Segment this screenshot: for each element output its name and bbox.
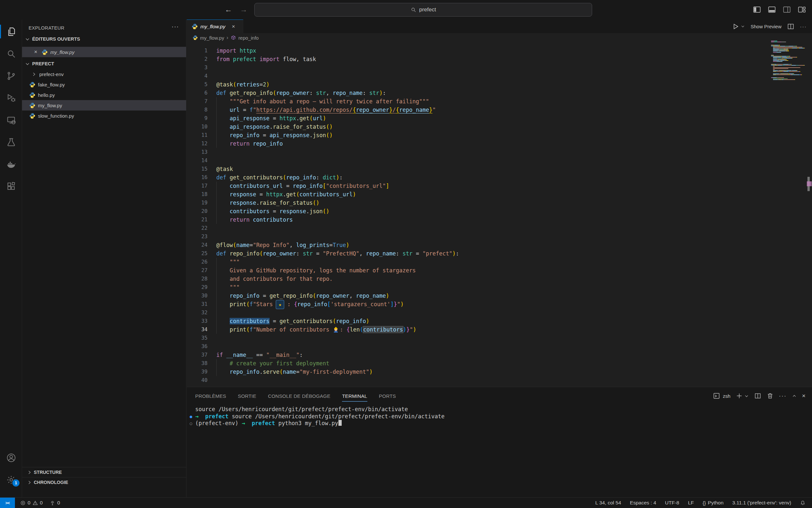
code-line[interactable]: 17 contributors_url = repo_info["contrib… bbox=[187, 182, 812, 190]
section-structure[interactable]: STRUCTURE bbox=[22, 467, 186, 477]
panel-tab-terminal[interactable]: TERMINAL bbox=[342, 387, 367, 405]
ports-status[interactable]: 0 bbox=[50, 500, 60, 506]
activity-remote-explorer-icon[interactable] bbox=[0, 112, 22, 128]
breadcrumb-file[interactable]: my_flow.py bbox=[200, 35, 224, 41]
code-line[interactable]: 33 contributors = get_contributors(repo_… bbox=[187, 317, 812, 325]
toggle-panel-icon[interactable] bbox=[767, 5, 776, 14]
code-line[interactable]: 1import httpx bbox=[187, 46, 812, 55]
panel-tab-console de débogage[interactable]: CONSOLE DE DÉBOGAGE bbox=[268, 387, 330, 405]
tree-item-prefect-env[interactable]: prefect-env bbox=[22, 69, 186, 79]
code-line[interactable]: 13 bbox=[187, 148, 812, 156]
activity-testing-icon[interactable] bbox=[0, 134, 22, 150]
code-line[interactable]: 32 bbox=[187, 308, 812, 317]
code-line[interactable]: 16def get_contributors(repo_info: dict): bbox=[187, 173, 812, 182]
customize-layout-icon[interactable] bbox=[797, 5, 806, 14]
code-line[interactable]: 28 and contributors for that repo. bbox=[187, 274, 812, 283]
code-editor[interactable]: 1import httpx2from prefect import flow, … bbox=[187, 42, 812, 387]
code-line[interactable]: 8 url = f"https://api.github.com/repos/{… bbox=[187, 105, 812, 114]
activity-explorer-icon[interactable] bbox=[0, 24, 22, 40]
python-interpreter[interactable]: 3.11.1 ('prefect-env': venv) bbox=[732, 500, 791, 506]
breadcrumb-symbol[interactable]: repo_info bbox=[238, 35, 259, 41]
toggle-sidebar-icon[interactable] bbox=[753, 5, 761, 14]
panel-tab-problèmes[interactable]: PROBLÈMES bbox=[195, 387, 226, 405]
code-line[interactable]: 15@task bbox=[187, 165, 812, 173]
back-button[interactable]: ← bbox=[224, 5, 233, 14]
code-line[interactable]: 22 bbox=[187, 224, 812, 232]
show-preview-button[interactable]: Show Preview bbox=[751, 24, 781, 29]
code-line[interactable]: 39 repo_info.serve(name="my-first-deploy… bbox=[187, 368, 812, 376]
code-line[interactable]: 11 repo_info = api_response.json() bbox=[187, 131, 812, 139]
run-python-file-icon[interactable] bbox=[732, 23, 739, 30]
activity-run-debug-icon[interactable] bbox=[0, 90, 22, 106]
toggle-secondary-sidebar-icon[interactable] bbox=[782, 5, 791, 14]
activity-search-icon[interactable] bbox=[0, 45, 22, 62]
panel-tab-sortie[interactable]: SORTIE bbox=[238, 387, 256, 405]
activity-extensions-icon[interactable] bbox=[0, 178, 22, 194]
code-line[interactable]: 34 print(f"Number of contributors : {len… bbox=[187, 325, 812, 334]
code-line[interactable]: 3 bbox=[187, 64, 812, 72]
section-timeline[interactable]: CHRONOLOGIE bbox=[22, 477, 186, 487]
code-line[interactable]: 4 bbox=[187, 72, 812, 80]
code-line[interactable]: 21 return contributors bbox=[187, 215, 812, 224]
code-line[interactable]: 31 print(f"Stars ★ : {repo_info['stargaz… bbox=[187, 300, 812, 308]
activity-settings-icon[interactable]: 1 bbox=[0, 472, 22, 488]
code-line[interactable]: 6def get_repo_info(repo_owner: str, repo… bbox=[187, 89, 812, 97]
panel-more-actions-icon[interactable]: ··· bbox=[779, 393, 787, 399]
maximize-panel-icon[interactable] bbox=[792, 393, 797, 398]
minimap[interactable] bbox=[771, 41, 805, 82]
section-project[interactable]: PREFECT bbox=[22, 58, 186, 69]
command-center-search[interactable]: prefect bbox=[254, 3, 592, 16]
code-line[interactable]: 27 Given a GitHub repository, logs the n… bbox=[187, 266, 812, 274]
code-line[interactable]: 20 contributors = response.json() bbox=[187, 207, 812, 215]
code-line[interactable]: 29 """ bbox=[187, 283, 812, 292]
code-line[interactable]: 38 # create your first deployment bbox=[187, 359, 812, 368]
code-line[interactable]: 37if __name__ == "__main__": bbox=[187, 351, 812, 359]
remote-indicator[interactable]: >< bbox=[0, 498, 15, 508]
open-editor-item[interactable]: × my_flow.py bbox=[22, 47, 186, 57]
code-line[interactable]: 10 api_response.raise_for_status() bbox=[187, 123, 812, 131]
tree-item-my_flow.py[interactable]: my_flow.py bbox=[22, 100, 186, 111]
close-panel-icon[interactable]: × bbox=[802, 392, 806, 399]
tree-item-fake_flow.py[interactable]: fake_flow.py bbox=[22, 79, 186, 90]
new-terminal-icon[interactable] bbox=[736, 392, 743, 399]
tab-my-flow[interactable]: my_flow.py × bbox=[187, 19, 243, 33]
code-line[interactable]: 30 repo_info = get_repo_info(repo_owner,… bbox=[187, 292, 812, 300]
problems-status[interactable]: 0 0 bbox=[20, 500, 43, 506]
code-line[interactable]: 36 bbox=[187, 342, 812, 351]
code-line[interactable]: 14 bbox=[187, 156, 812, 165]
terminal-profile[interactable]: zsh bbox=[713, 392, 730, 399]
code-line[interactable]: 23 bbox=[187, 232, 812, 241]
activity-source-control-icon[interactable] bbox=[0, 68, 22, 84]
split-terminal-icon[interactable] bbox=[754, 392, 761, 399]
editor-more-actions-icon[interactable]: ··· bbox=[800, 24, 807, 29]
chevron-down-icon[interactable] bbox=[741, 24, 745, 29]
kill-terminal-icon[interactable] bbox=[767, 392, 774, 399]
bell-icon[interactable] bbox=[800, 500, 806, 506]
split-editor-icon[interactable] bbox=[787, 23, 795, 30]
code-line[interactable]: 19 response.raise_for_status() bbox=[187, 199, 812, 207]
code-line[interactable]: 9 api_response = httpx.get(url) bbox=[187, 114, 812, 123]
eol-status[interactable]: LF bbox=[688, 500, 694, 506]
sidebar-more-actions-icon[interactable]: ··· bbox=[172, 23, 179, 30]
code-line[interactable]: 40 bbox=[187, 376, 812, 384]
cursor-position[interactable]: L 34, col 54 bbox=[595, 500, 621, 506]
section-open-editors[interactable]: ÉDITEURS OUVERTS bbox=[22, 34, 186, 44]
code-line[interactable]: 2from prefect import flow, task bbox=[187, 55, 812, 64]
language-mode[interactable]: {} Python bbox=[703, 500, 723, 506]
forward-button[interactable]: → bbox=[239, 5, 248, 14]
activity-accounts-icon[interactable] bbox=[0, 450, 22, 466]
close-icon[interactable]: × bbox=[33, 49, 39, 55]
code-line[interactable]: 18 response = httpx.get(contributors_url… bbox=[187, 190, 812, 199]
breadcrumb[interactable]: my_flow.py › repo_info bbox=[187, 33, 812, 42]
chevron-down-icon[interactable] bbox=[744, 393, 749, 398]
code-line[interactable]: 25def repo_info(repo_owner: str = "Prefe… bbox=[187, 249, 812, 258]
tree-item-slow_function.py[interactable]: slow_function.py bbox=[22, 111, 186, 121]
code-line[interactable]: 7 """Get info about a repo – will retry … bbox=[187, 97, 812, 105]
code-line[interactable]: 5@task(retries=2) bbox=[187, 80, 812, 89]
tree-item-hello.py[interactable]: hello.py bbox=[22, 90, 186, 100]
panel-tab-ports[interactable]: PORTS bbox=[379, 387, 396, 405]
encoding-status[interactable]: UTF-8 bbox=[665, 500, 679, 506]
activity-docker-icon[interactable] bbox=[0, 156, 22, 172]
terminal-output[interactable]: source /Users/henricourdent/git/prefect/… bbox=[187, 406, 812, 497]
code-line[interactable]: 26 """ bbox=[187, 258, 812, 266]
